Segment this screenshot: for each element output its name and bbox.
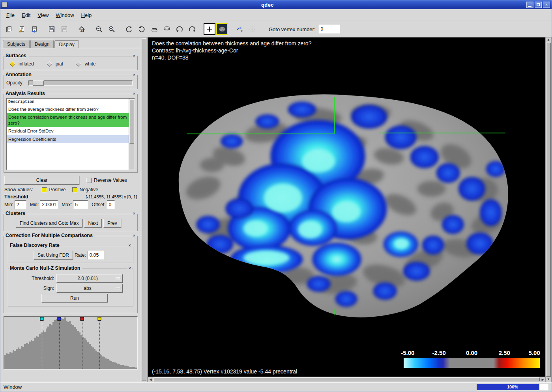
find-clusters-button[interactable]: Find Clusters and Goto Max	[16, 219, 82, 228]
menu-help[interactable]: Help	[78, 11, 95, 20]
menu-view[interactable]: View	[34, 11, 52, 20]
set-using-fdr-button[interactable]: Set Using FDR	[34, 251, 73, 259]
panel-scrollbar[interactable]	[141, 37, 147, 382]
brain-render[interactable]	[148, 37, 545, 377]
open-data-button[interactable]	[3, 23, 15, 35]
threshold-marker-pos-max[interactable]	[98, 317, 101, 321]
mid-input[interactable]	[40, 200, 58, 209]
zoom-in-button[interactable]	[106, 23, 118, 35]
next-cluster-button[interactable]: Next	[84, 219, 102, 228]
prev-cluster-button[interactable]: Prev	[103, 219, 121, 228]
opacity-slider-handle[interactable]	[33, 80, 44, 86]
menu-edit[interactable]: Edit	[18, 11, 34, 20]
scroll-down-icon[interactable]: ▼	[546, 377, 551, 382]
view-vscrollbar[interactable]: ▲ ▼	[545, 37, 552, 382]
mc-threshold-dropdown[interactable]: 2.0 (0.01)	[56, 274, 123, 283]
clear-button[interactable]: Clear	[4, 176, 79, 185]
view-question: Does the correlation between thickness a…	[152, 40, 311, 47]
zoom-out-button[interactable]	[93, 23, 105, 35]
zoom-in-icon	[108, 25, 116, 33]
home-icon	[78, 25, 86, 33]
threshold-marker-pos-min[interactable]	[80, 317, 84, 321]
list-item[interactable]: Regression Coefficients	[7, 135, 129, 143]
positive-checkbox[interactable]	[42, 187, 47, 192]
view-hscrollbar[interactable]: ◀ ▶	[148, 377, 545, 382]
threshold-marker-neg-min[interactable]	[57, 317, 61, 321]
roll-ccw-button[interactable]	[174, 23, 185, 35]
colorbar-labels: -5.00 -2.50 0.00 2.50 5.00	[404, 349, 540, 358]
radio-pial-label: pial	[56, 61, 63, 67]
minimize-icon	[528, 6, 531, 7]
scroll-up-icon[interactable]: ▲	[546, 37, 551, 42]
offset-input[interactable]	[107, 200, 115, 209]
list-item-selected[interactable]: Does the correlation between thickness a…	[7, 113, 129, 127]
scroll-left-icon[interactable]: ◀	[148, 377, 153, 382]
titlebar[interactable]: qdec ×	[0, 0, 552, 9]
maximize-button[interactable]	[535, 2, 542, 8]
radio-inflated[interactable]	[9, 61, 15, 67]
surface-tool-button[interactable]	[216, 23, 228, 35]
panel-scrollbar-thumb[interactable]	[142, 38, 146, 381]
list-scrollbar[interactable]	[129, 99, 135, 170]
min-input[interactable]	[15, 200, 26, 209]
close-button[interactable]: ×	[543, 2, 550, 8]
monte-carlo-title: Monte Carlo Null-Z Simulation	[9, 265, 82, 271]
rotate-right-button[interactable]	[136, 23, 148, 35]
mc-sign-dropdown[interactable]: abs	[56, 284, 123, 293]
roll-cw-button[interactable]	[186, 23, 198, 35]
scroll-right-icon[interactable]: ▶	[540, 377, 545, 382]
tab-subjects[interactable]: Subjects	[3, 40, 30, 48]
clusters-close-icon[interactable]: ×	[132, 211, 137, 216]
rotate-left-button[interactable]	[123, 23, 135, 35]
view-hscrollbar-thumb[interactable]	[153, 377, 540, 381]
tab-design[interactable]: Design	[30, 40, 54, 48]
surfaces-close-icon[interactable]: ×	[132, 54, 137, 58]
home-view-button[interactable]	[76, 23, 88, 35]
select-region-button[interactable]	[246, 23, 258, 35]
view-dof: n=40, DOF=38	[152, 54, 311, 61]
correction-close-icon[interactable]: ×	[132, 233, 137, 238]
menu-file[interactable]: File	[3, 11, 18, 20]
threshold-range: [-11.4555, 11.4555] x [0, 1]	[86, 194, 137, 199]
fdr-close-icon[interactable]: ×	[127, 243, 132, 248]
list-scrollbar-thumb[interactable]	[129, 99, 134, 144]
radio-pial[interactable]	[47, 61, 52, 67]
menu-window[interactable]: Window	[52, 11, 77, 20]
rotate-down-button[interactable]	[161, 23, 173, 35]
correction-title: Correction For Multiple Comparisons	[5, 233, 95, 238]
minimize-button[interactable]	[526, 2, 533, 8]
opacity-slider[interactable]	[28, 80, 133, 86]
fdr-group: False Discovery Rate × Set Using FDR Rat…	[8, 246, 133, 263]
camera-rotate-button[interactable]	[234, 23, 245, 35]
surface-view[interactable]: Does the correlation between thickness a…	[148, 37, 545, 377]
rotate-up-button[interactable]	[148, 23, 160, 35]
radio-white[interactable]	[75, 61, 81, 67]
list-item[interactable]: Residual Error StdDev	[7, 127, 129, 135]
list-item[interactable]: Does the average thickness differ from z…	[7, 105, 129, 113]
export-document-button[interactable]	[28, 23, 40, 35]
analysis-results-close-icon[interactable]: ×	[132, 91, 137, 96]
negative-checkbox[interactable]	[72, 187, 77, 192]
save-button[interactable]	[46, 23, 58, 35]
colorbar: -5.00 -2.50 0.00 2.50 5.00	[404, 349, 540, 368]
colorbar-label: 5.00	[529, 349, 540, 356]
zoom-out-icon	[95, 25, 103, 33]
colorbar-label: -5.00	[401, 349, 414, 356]
negative-label: Negative	[80, 187, 98, 192]
max-input[interactable]	[73, 200, 88, 209]
open-project-button[interactable]	[16, 23, 28, 35]
run-simulation-button[interactable]: Run	[41, 294, 108, 302]
view-vscrollbar-thumb[interactable]	[546, 43, 551, 377]
brain-icon	[218, 25, 226, 33]
crosshair-tool-button[interactable]	[204, 23, 215, 35]
save-as-button[interactable]	[58, 23, 70, 35]
monte-carlo-close-icon[interactable]: ×	[127, 266, 132, 271]
toolbar: Goto vertex number:	[0, 21, 552, 37]
annotation-close-icon[interactable]: ×	[132, 73, 137, 77]
show-values-label: Show Values:	[4, 187, 33, 192]
reverse-values-checkbox[interactable]	[86, 178, 92, 183]
threshold-marker-neg-max[interactable]	[40, 317, 43, 321]
tab-display[interactable]: Display	[54, 40, 79, 48]
rate-input[interactable]	[88, 251, 104, 259]
goto-vertex-input[interactable]	[319, 25, 340, 34]
